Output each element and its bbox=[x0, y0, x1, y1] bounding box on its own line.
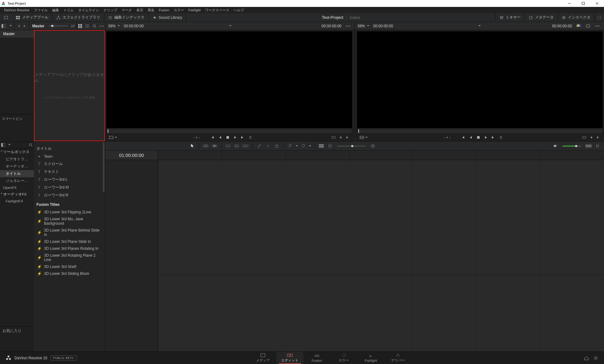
fx-item[interactable]: ⚡3D Lower 3rd Rotating Plane 2 Line bbox=[35, 252, 102, 263]
timeline-timecode[interactable]: 01:00:00:00 bbox=[105, 151, 158, 160]
fx-cat-title[interactable]: タイトル bbox=[0, 170, 34, 177]
src-loop-button[interactable] bbox=[247, 134, 254, 141]
menu-color[interactable]: カラー bbox=[171, 8, 186, 13]
dim-button[interactable]: DIM bbox=[585, 144, 592, 148]
fx-item[interactable]: Tローワー3rd M bbox=[35, 184, 102, 191]
insert-button[interactable] bbox=[202, 142, 209, 149]
rec-singleview-button[interactable] bbox=[584, 22, 592, 30]
record-scrubber[interactable] bbox=[358, 129, 602, 133]
src-jog-control[interactable]: ‹› bbox=[193, 136, 200, 139]
menu-help[interactable]: ヘルプ bbox=[231, 8, 246, 13]
sidebar-layout-button[interactable] bbox=[0, 22, 7, 30]
fx-cat-fairlightfx[interactable]: FairlightFX bbox=[0, 198, 34, 204]
mixer-button[interactable]: ミキサー bbox=[495, 13, 525, 22]
list-view-button[interactable] bbox=[84, 22, 91, 30]
src-markout-button[interactable] bbox=[344, 134, 351, 141]
rec-markin-button[interactable] bbox=[588, 134, 595, 141]
src-next-frame-button[interactable] bbox=[239, 134, 246, 141]
fx-search-input[interactable] bbox=[12, 142, 28, 147]
rec-markout-button[interactable] bbox=[595, 134, 601, 141]
rec-jog-control[interactable]: ‹› bbox=[444, 136, 451, 139]
link-button[interactable] bbox=[264, 142, 271, 149]
page-tab-edit[interactable]: エディット bbox=[276, 352, 303, 364]
search-icon[interactable] bbox=[29, 143, 33, 147]
src-options-button[interactable] bbox=[344, 22, 352, 30]
fx-item[interactable]: ⚡3D Lower 3rd Plane Slide In bbox=[35, 238, 102, 245]
fx-item[interactable]: Tテキスト bbox=[35, 168, 102, 176]
home-button[interactable] bbox=[584, 356, 589, 361]
rec-next-frame-button[interactable] bbox=[490, 134, 497, 141]
src-zoom[interactable]: 38% bbox=[108, 24, 116, 28]
source-canvas[interactable] bbox=[106, 31, 352, 128]
fx-item[interactable]: ⚡3D Lower 3rd Mu...lane Background bbox=[35, 216, 102, 227]
fx-item[interactable]: ⚡3D Lower 3rd Planes Rotating In bbox=[35, 245, 102, 252]
nav-forward-button[interactable] bbox=[22, 22, 29, 30]
fx-item[interactable]: Tローワー3rd R bbox=[35, 191, 102, 199]
src-mode-dropdown[interactable] bbox=[115, 137, 117, 139]
src-play-button[interactable] bbox=[232, 134, 239, 141]
page-tab-color[interactable]: カラー bbox=[330, 352, 357, 364]
fx-cat-audio-transition[interactable]: オーディオトランジ... bbox=[0, 163, 34, 170]
timeline-ruler[interactable] bbox=[158, 151, 604, 160]
rec-prev-frame-button[interactable] bbox=[467, 134, 474, 141]
window-minimize-button[interactable] bbox=[563, 0, 576, 7]
rec-matchframe-button[interactable] bbox=[581, 134, 588, 141]
src-prev-frame-button[interactable] bbox=[217, 134, 224, 141]
menu-resolve[interactable]: DaVinci Resolve bbox=[2, 8, 32, 12]
sidebar-layout-dropdown[interactable] bbox=[7, 22, 14, 30]
media-pool-area[interactable]: メディアプールにクリップがありません メディアストレージからクリップを追加 bbox=[34, 30, 105, 141]
fullscreen-viewer-button[interactable] bbox=[0, 13, 12, 22]
fit-to-fill-button[interactable] bbox=[233, 142, 240, 149]
src-markin-button[interactable] bbox=[337, 134, 344, 141]
page-tab-media[interactable]: メディア bbox=[249, 352, 276, 364]
src-tc-dur[interactable]: 00:00:00:00 bbox=[322, 24, 341, 28]
fx-scrollbar[interactable] bbox=[103, 142, 105, 192]
rec-zoom-dropdown[interactable] bbox=[367, 25, 369, 28]
rec-play-button[interactable] bbox=[482, 134, 489, 141]
record-canvas[interactable] bbox=[357, 31, 603, 128]
metadata-button[interactable]: メタデータ bbox=[525, 13, 558, 22]
flag-button[interactable] bbox=[287, 142, 294, 149]
fx-item[interactable]: ⚡3D Lower 3rd Sliding Block bbox=[35, 270, 102, 277]
blade-tool-button[interactable] bbox=[256, 142, 263, 149]
fx-item[interactable]: Tローワー3rd L bbox=[35, 176, 102, 184]
menu-playback[interactable]: 再生 bbox=[145, 8, 157, 13]
rec-mode-dropdown[interactable] bbox=[365, 137, 368, 139]
menu-edit[interactable]: 編集 bbox=[50, 8, 61, 13]
timeline-zoom-slider[interactable] bbox=[337, 146, 366, 147]
volume-slider[interactable] bbox=[563, 146, 581, 147]
marker-dropdown[interactable] bbox=[309, 145, 311, 148]
source-scrubber[interactable] bbox=[107, 129, 351, 133]
rec-mode-button[interactable] bbox=[358, 134, 365, 141]
menu-mark[interactable]: マーク bbox=[119, 8, 134, 13]
thumb-zoom-slider[interactable] bbox=[49, 25, 68, 26]
src-mode-button[interactable] bbox=[108, 134, 115, 141]
rec-colorspace-button[interactable] bbox=[574, 22, 583, 30]
window-maximize-button[interactable] bbox=[576, 0, 590, 7]
fx-item[interactable]: ✦Text+ bbox=[35, 153, 102, 160]
pool-options-button[interactable] bbox=[98, 22, 105, 30]
sound-library-button[interactable]: Sound Library bbox=[149, 13, 186, 22]
mute-button[interactable] bbox=[552, 142, 559, 149]
fx-cat-audiofx[interactable]: オーディオFX bbox=[0, 191, 34, 198]
append-button[interactable] bbox=[242, 142, 249, 149]
rec-zoom[interactable]: 38% bbox=[357, 24, 365, 28]
fx-item[interactable]: ⚡3D Lower 3rd Flipping 2Line bbox=[35, 209, 102, 216]
expand-button[interactable] bbox=[594, 13, 604, 22]
rec-options-button[interactable] bbox=[593, 22, 601, 30]
menu-fusion[interactable]: Fusion bbox=[157, 8, 171, 12]
menu-trim[interactable]: トリム bbox=[61, 8, 76, 13]
window-close-button[interactable] bbox=[590, 0, 604, 7]
nav-back-button[interactable] bbox=[14, 22, 22, 30]
arrow-tool-button[interactable] bbox=[189, 142, 196, 149]
zoom-in-button[interactable] bbox=[369, 142, 376, 149]
rec-loop-button[interactable] bbox=[498, 134, 504, 141]
marker-button[interactable] bbox=[300, 142, 307, 149]
menu-timeline[interactable]: タイムライン bbox=[76, 8, 101, 13]
rec-stop-button[interactable] bbox=[475, 134, 482, 141]
src-tc-in[interactable]: 00:00:00:00 bbox=[124, 24, 144, 28]
fx-cat-generator[interactable]: ジェネレーター bbox=[0, 177, 34, 185]
effects-library-button[interactable]: エフェクトライブラリ bbox=[52, 13, 104, 22]
page-tab-fairlight[interactable]: Fairlight bbox=[357, 352, 384, 364]
lock-button[interactable] bbox=[273, 142, 280, 149]
